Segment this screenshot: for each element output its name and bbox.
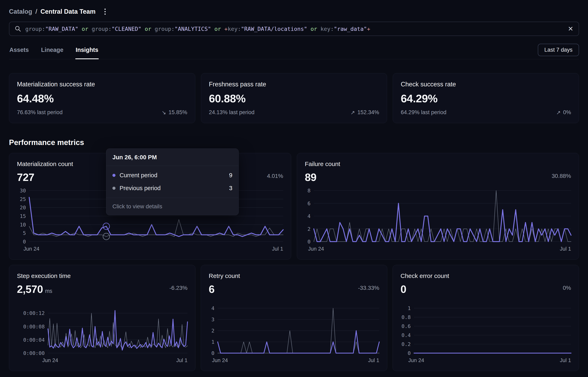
- kpi-value: 60.88%: [209, 92, 379, 105]
- line-chart-materialization-count[interactable]: 302520151050 Jun 24 Jul 1: [17, 190, 283, 252]
- chart-plot: [218, 308, 379, 353]
- y-tick-label: 8: [308, 188, 311, 194]
- search-query-segment: key:: [321, 26, 334, 32]
- time-range-button[interactable]: Last 7 days: [538, 44, 579, 56]
- y-tick-label: 0:00:12: [23, 310, 45, 316]
- kpi-card-materialization-success-rate[interactable]: Materialization success rate 64.48% 76.6…: [9, 73, 195, 123]
- insights-page: Catalog / Central Data Team group:"RAW_D…: [0, 0, 588, 371]
- chart-value: 6: [209, 283, 214, 295]
- search-query-segment: "raw_data": [334, 26, 367, 32]
- search-query-segment: or: [211, 26, 224, 32]
- kpi-delta: 15.85%: [168, 109, 187, 116]
- y-tick-label: 0.6: [401, 323, 411, 329]
- search-query-segment: group:: [155, 26, 175, 32]
- series-line-current: [314, 203, 571, 242]
- x-label-end: Jul 1: [176, 357, 188, 364]
- chart-title: Materialization count: [17, 161, 283, 167]
- chart-card-check-error-count[interactable]: Check error count 0 0% 10.80.60.40.20 Ju…: [393, 265, 579, 371]
- line-chart-failure-count[interactable]: 86420 Jun 24 Jul 1: [305, 190, 571, 252]
- y-tick-label: 0: [308, 239, 311, 245]
- x-axis: Jun 24 Jul 1: [305, 246, 571, 252]
- x-label-start: Jun 24: [212, 357, 228, 364]
- kpi-value: 64.48%: [17, 92, 187, 105]
- series-line-current: [29, 197, 283, 236]
- kpi-last-period: 24.13% last period: [209, 109, 255, 116]
- y-tick-label: 15: [20, 213, 26, 219]
- breadcrumb-catalog-link[interactable]: Catalog: [9, 8, 32, 15]
- kpi-title: Check success rate: [401, 81, 571, 88]
- y-axis: 0:00:120:00:080:00:040:00:00: [17, 308, 48, 353]
- kpi-delta: 0%: [563, 109, 571, 116]
- kpi-value: 64.29%: [401, 92, 571, 105]
- y-tick-label: 0.8: [401, 314, 411, 320]
- trend-up-icon: ↗: [556, 109, 561, 116]
- y-tick-label: 0:00:08: [23, 323, 45, 330]
- chart-value: 0: [400, 283, 406, 295]
- x-label-end: Jul 1: [560, 357, 571, 364]
- search-query-segment: "RAW_DATA": [45, 26, 78, 32]
- kpi-title: Materialization success rate: [17, 81, 187, 88]
- kpi-last-period: 64.29% last period: [401, 109, 446, 116]
- series-line-current: [48, 310, 188, 350]
- trend-down-icon: ↘: [162, 109, 166, 116]
- line-chart-step-execution-time[interactable]: 0:00:120:00:080:00:040:00:00 Jun 24 Jul …: [17, 308, 188, 364]
- kebab-menu-icon[interactable]: [103, 7, 107, 16]
- clear-search-icon[interactable]: ✕: [568, 25, 573, 32]
- search-bar[interactable]: group:"RAW_DATA" or group:"CLEANED" or g…: [9, 22, 579, 36]
- charts-row-1: Materialization count 727 4.01% 30252015…: [9, 153, 579, 259]
- y-tick-label: 3: [211, 317, 214, 322]
- chart-title: Step execution time: [17, 272, 188, 279]
- y-tick-label: 5: [23, 230, 26, 236]
- breadcrumb: Catalog / Central Data Team: [9, 0, 579, 16]
- x-axis: Jun 24 Jul 1: [400, 357, 571, 364]
- search-query-segment: or: [78, 26, 92, 32]
- chart-value: 2,570: [17, 283, 43, 295]
- chart-card-step-execution-time[interactable]: Step execution time 2,570 ms -6.23% 0:00…: [9, 265, 195, 371]
- kpi-card-check-success-rate[interactable]: Check success rate 64.29% 64.29% last pe…: [393, 73, 579, 123]
- chart-value: 727: [17, 171, 34, 183]
- line-chart-check-error-count[interactable]: 10.80.60.40.20 Jun 24 Jul 1: [400, 308, 571, 364]
- x-axis: Jun 24 Jul 1: [209, 357, 379, 364]
- y-tick-label: 1: [408, 305, 411, 311]
- chart-card-materialization-count[interactable]: Materialization count 727 4.01% 30252015…: [9, 153, 291, 259]
- chart-value: 89: [305, 171, 316, 183]
- search-input[interactable]: group:"RAW_DATA" or group:"CLEANED" or g…: [25, 26, 564, 32]
- chart-card-retry-count[interactable]: Retry count 6 -33.33% 43210 Jun 24 Jul 1: [201, 265, 387, 371]
- tab-insights[interactable]: Insights: [75, 45, 99, 59]
- y-tick-label: 0: [23, 239, 26, 245]
- y-tick-label: 30: [20, 188, 26, 194]
- chart-plot: [314, 190, 571, 242]
- x-label-start: Jun 24: [408, 357, 424, 364]
- search-query-segment: +: [367, 26, 370, 32]
- y-tick-label: 2: [211, 328, 214, 334]
- kpi-last-period: 76.63% last period: [17, 109, 63, 116]
- y-tick-label: 1: [211, 339, 214, 345]
- chart-delta: 30.88%: [552, 173, 571, 179]
- x-axis: Jun 24 Jul 1: [17, 357, 188, 364]
- line-chart-retry-count[interactable]: 43210 Jun 24 Jul 1: [209, 308, 379, 364]
- chart-plot: [414, 308, 571, 353]
- search-query-segment: key:: [228, 26, 241, 32]
- y-tick-label: 0: [211, 350, 214, 356]
- chart-unit: ms: [45, 288, 52, 294]
- tab-assets[interactable]: Assets: [9, 45, 29, 59]
- y-axis: 10.80.60.40.20: [400, 308, 414, 353]
- chart-title: Check error count: [400, 272, 571, 279]
- chart-plot: [29, 190, 283, 242]
- tab-lineage[interactable]: Lineage: [41, 45, 64, 59]
- kpi-row: Materialization success rate 64.48% 76.6…: [9, 73, 579, 123]
- chart-delta: -6.23%: [169, 285, 188, 291]
- y-tick-label: 0: [408, 350, 411, 356]
- search-query-segment: group:: [92, 26, 111, 32]
- chart-plot: [48, 308, 188, 353]
- chart-title: Retry count: [209, 272, 379, 279]
- x-label-start: Jun 24: [23, 246, 39, 252]
- y-axis: 86420: [305, 190, 314, 242]
- y-tick-label: 20: [20, 205, 26, 211]
- search-query-segment: "CLEANED": [111, 26, 141, 32]
- kpi-card-freshness-pass-rate[interactable]: Freshness pass rate 60.88% 24.13% last p…: [201, 73, 387, 123]
- chart-card-failure-count[interactable]: Failure count 89 30.88% 86420 Jun 24 Jul…: [297, 153, 579, 259]
- search-query-segment: "ANALYTICS": [175, 26, 211, 32]
- x-label-end: Jul 1: [560, 246, 571, 252]
- y-tick-label: 0:00:00: [23, 350, 45, 356]
